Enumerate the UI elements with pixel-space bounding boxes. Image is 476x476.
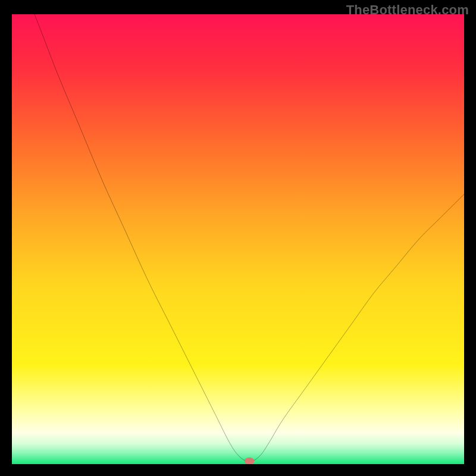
bottleneck-chart [12, 14, 464, 464]
chart-frame: TheBottleneck.com [0, 0, 476, 476]
chart-background [12, 14, 464, 464]
